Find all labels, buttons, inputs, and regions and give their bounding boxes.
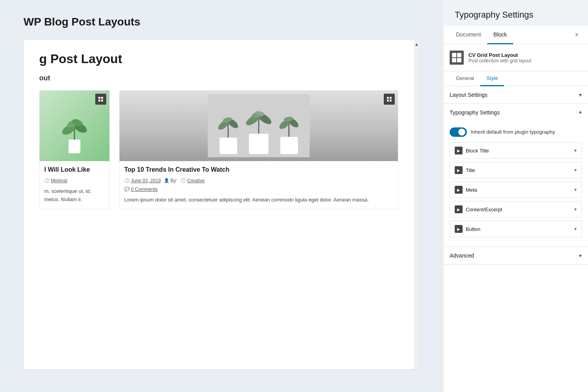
svg-rect-12 — [249, 134, 269, 154]
svg-rect-7 — [101, 97, 103, 99]
canvas-content: g Post Layout out — [24, 40, 419, 221]
meta-expand-icon: ▶ — [455, 186, 463, 194]
svg-rect-6 — [98, 97, 100, 99]
button-expand-icon: ▶ — [455, 225, 463, 233]
tab-block[interactable]: Block — [487, 26, 513, 44]
post-2-author: 👤 By: — [164, 178, 177, 183]
layout-settings-label: Layout Settings — [450, 92, 488, 98]
post-2-excerpt: Lorem ipsum dolor sit amet, consectetuer… — [124, 196, 393, 204]
sub-accordion-button: ▶ Button ▾ — [450, 221, 582, 237]
block-title-arrow: ▶ — [457, 149, 460, 153]
meta-arrow: ▶ — [457, 188, 460, 192]
sub-accordion-content-excerpt: ▶ Content/Excerpt ▾ — [450, 201, 582, 218]
block-info-text: CV Grid Post Layout Post collection with… — [468, 52, 532, 64]
block-icon-cell-1 — [452, 53, 456, 57]
post-2-category-link[interactable]: Creative — [187, 178, 205, 183]
scroll-bar[interactable]: ▲ — [414, 40, 419, 369]
sub-accordion-content-excerpt-header[interactable]: ▶ Content/Excerpt ▾ — [450, 201, 581, 217]
sub-accordion-button-header[interactable]: ▶ Button ▾ — [450, 221, 581, 237]
svg-rect-8 — [98, 100, 100, 102]
subtab-general[interactable]: General — [450, 71, 480, 86]
svg-rect-9 — [101, 100, 103, 102]
post-2-category: 🕐 Creative — [180, 178, 205, 183]
panel-top-title: Typography Settings — [443, 0, 588, 26]
post-icon-svg — [98, 96, 103, 102]
post-card-2: Top 10 Trends In Creative To Watch 🕐 Jun… — [119, 90, 398, 209]
svg-rect-29 — [387, 100, 389, 102]
typography-settings-label: Typography Settings — [450, 109, 500, 116]
sub-accordion-block-title: ▶ Block Title ▾ — [450, 142, 582, 159]
block-heading-partial: g Post Layout — [39, 52, 398, 66]
post-1-category: 🕐 Minimal — [44, 178, 67, 183]
typography-settings-content: Inherit default from plugin typography ▶… — [443, 121, 588, 247]
content-arrow: ▶ — [457, 207, 460, 212]
post-icon-svg-2 — [387, 96, 392, 102]
post-1-body: I Will Look Like 🕐 Minimal m, scelerisqu… — [40, 161, 109, 208]
scroll-up-arrow[interactable]: ▲ — [414, 42, 419, 47]
post-2-body: Top 10 Trends In Creative To Watch 🕐 Jun… — [120, 161, 398, 209]
settings-panel: Document Block × CV Grid Post Layout Pos… — [443, 26, 588, 392]
svg-rect-30 — [390, 100, 392, 102]
svg-rect-13 — [280, 137, 298, 154]
right-panel: Typography Settings Document Block × CV … — [443, 0, 588, 392]
advanced-chevron: ▾ — [579, 252, 582, 259]
toggle-thumb — [458, 129, 465, 136]
sub-accordion-title: ▶ Title ▾ — [450, 162, 582, 178]
post-image-2 — [120, 91, 398, 161]
post-2-comments-link[interactable]: 0 Comments — [131, 187, 158, 192]
post-1-title: I Will Look Like — [44, 166, 105, 174]
post-1-category-link[interactable]: Minimal — [51, 178, 67, 183]
person-icon: 👤 — [164, 178, 169, 183]
meta-chevron: ▾ — [574, 187, 577, 192]
block-icon-cell-4 — [457, 58, 461, 62]
meta-label: Meta — [466, 187, 571, 193]
post-image-1 — [40, 91, 109, 161]
title-expand-icon: ▶ — [455, 166, 463, 174]
inherit-typography-toggle[interactable] — [450, 127, 467, 137]
sub-accordion-block-title-header[interactable]: ▶ Block Title ▾ — [450, 143, 581, 158]
advanced-label: Advanced — [450, 252, 474, 259]
post-2-icon-btn[interactable] — [384, 94, 395, 105]
sub-accordion-title-header[interactable]: ▶ Title ▾ — [450, 162, 581, 178]
sub-accordion-meta-header[interactable]: ▶ Meta ▾ — [450, 182, 581, 198]
post-1-excerpt: m, scelerisque ut, id, metus. Nullam ii. — [44, 187, 105, 204]
svg-rect-27 — [387, 97, 389, 99]
sub-accordion-meta: ▶ Meta ▾ — [450, 181, 582, 198]
accordion-advanced: Advanced ▾ — [443, 247, 588, 265]
svg-rect-11 — [220, 138, 237, 154]
block-icon — [450, 51, 464, 65]
toggle-track — [450, 127, 467, 137]
title-chevron: ▾ — [574, 167, 577, 173]
block-info: CV Grid Post Layout Post collection with… — [443, 44, 588, 71]
tab-document[interactable]: Document — [450, 26, 487, 44]
block-icon-cell-3 — [452, 58, 456, 62]
content-excerpt-label: Content/Excerpt — [466, 207, 571, 212]
layout-settings-header[interactable]: Layout Settings ▾ — [443, 86, 588, 103]
toggle-label: Inherit default from plugin typography — [471, 129, 555, 136]
panel-close-button[interactable]: × — [572, 28, 582, 42]
panel-tabs: Document Block × — [443, 26, 588, 44]
title-arrow: ▶ — [457, 168, 460, 172]
layout-settings-chevron: ▾ — [579, 92, 582, 98]
post-subheading-partial: out — [39, 74, 398, 82]
svg-rect-28 — [390, 97, 392, 99]
post-2-meta: 🕐 June 03, 2019 👤 By: 🕐 Creative — [124, 178, 393, 192]
plant-svg-2 — [208, 94, 310, 157]
subtab-style[interactable]: Style — [480, 71, 504, 86]
post-2-date: 🕐 June 03, 2019 — [124, 178, 161, 183]
button-label: Button — [466, 226, 571, 232]
post-card-1: I Will Look Like 🕐 Minimal m, scelerisqu… — [39, 90, 110, 209]
post-2-date-link[interactable]: June 03, 2019 — [131, 178, 161, 183]
advanced-header[interactable]: Advanced ▾ — [443, 247, 588, 264]
block-title-chevron: ▾ — [574, 148, 577, 153]
title-label: Title — [466, 167, 571, 173]
block-title-expand-icon: ▶ — [455, 147, 463, 154]
typography-settings-header[interactable]: Typography Settings ▾ — [443, 104, 588, 121]
page-title: WP Blog Post Layouts — [24, 16, 419, 28]
accordion-layout-settings: Layout Settings ▾ — [443, 86, 588, 104]
svg-rect-0 — [69, 140, 80, 153]
post-1-meta: 🕐 Minimal — [44, 178, 105, 183]
post-1-icon-btn[interactable] — [95, 94, 106, 105]
plant-svg-1 — [57, 106, 92, 157]
button-arrow: ▶ — [457, 227, 460, 231]
